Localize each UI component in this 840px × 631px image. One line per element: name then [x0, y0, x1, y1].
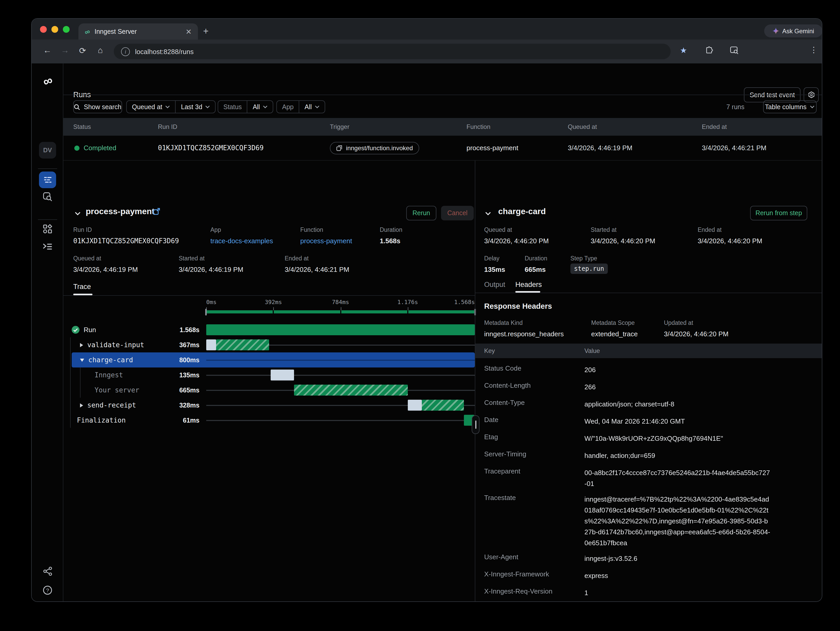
headers-table-body: Status Code206Content-Length266Content-T…	[484, 360, 816, 602]
status-filter-dropdown[interactable]: All	[248, 101, 273, 113]
runs-count: 7 runs	[707, 103, 744, 111]
app-link[interactable]: trace-docs-examples	[210, 237, 273, 245]
trace-minimap[interactable]	[206, 310, 475, 313]
time-range-dropdown[interactable]: Last 3d	[176, 101, 215, 113]
app-filter-label: App	[282, 103, 294, 111]
header-key: Status Code	[484, 364, 584, 372]
trace-connector-line-2	[80, 367, 81, 398]
home-icon[interactable]: ⌂	[94, 46, 106, 55]
run-queued-value: 3/4/2026, 4:46:19 PM	[73, 266, 138, 274]
extensions-icon[interactable]	[705, 46, 713, 55]
header-key: Content-Type	[484, 399, 584, 406]
cancel-label: Cancel	[447, 209, 467, 217]
trace-row-finalization[interactable]: Finalization61ms	[72, 413, 475, 428]
tab-trace[interactable]: Trace	[73, 283, 91, 291]
chevron-right-icon[interactable]	[80, 403, 83, 407]
address-bar[interactable]: i localhost:8288/runs	[114, 44, 671, 59]
trace-bar-solid[interactable]	[206, 324, 475, 335]
chevron-down-icon[interactable]	[80, 358, 84, 362]
header-row-traceparent: Traceparent00-a8bc2f17c4ccce87cc7376e524…	[484, 463, 816, 489]
collapse-run-icon[interactable]	[75, 212, 81, 216]
rerun-button[interactable]: Rerun	[406, 206, 436, 220]
trace-bar-hatch[interactable]	[294, 384, 408, 395]
trace-step-name: Your server	[95, 386, 139, 394]
share-icon[interactable]	[32, 566, 63, 576]
trace-waterfall: Run1.568svalidate-input367mscharge-card8…	[72, 322, 475, 428]
chevron-right-icon[interactable]	[80, 343, 83, 347]
trace-step-name: Run	[84, 326, 96, 334]
sidebar-item-terminal[interactable]	[32, 242, 63, 251]
tab-close-icon[interactable]: ✕	[186, 27, 192, 36]
header-value: 1	[584, 587, 771, 598]
status-dot	[74, 145, 79, 151]
trace-bar-hatch[interactable]	[216, 339, 269, 350]
trace-bar-delay[interactable]	[408, 400, 422, 411]
header-value: 00-a8bc2f17c4ccce87cc7376e5246a221b-f4ae…	[584, 467, 771, 489]
trace-row-your-server[interactable]: Your server665ms	[72, 383, 475, 398]
trace-row-validate-input[interactable]: validate-input367ms	[72, 337, 475, 353]
traffic-minimize-button[interactable]	[51, 26, 58, 33]
ask-gemini-button[interactable]: Ask Gemini	[764, 24, 822, 38]
inngest-app: ∞ DV	[32, 63, 822, 602]
site-info-icon[interactable]: i	[121, 47, 130, 56]
forward-icon[interactable]: →	[59, 46, 71, 55]
inngest-favicon-icon: ∞	[84, 27, 91, 36]
trace-row-inngest[interactable]: Inngest135ms	[72, 367, 475, 383]
browser-tab[interactable]: ∞ Inngest Server ✕	[79, 24, 198, 40]
gemini-icon	[772, 28, 779, 34]
table-columns-button[interactable]: Table columns	[763, 100, 816, 113]
workspace-badge[interactable]: DV	[39, 142, 56, 158]
col-queued-at: Queued at	[568, 123, 597, 130]
run-id-cell: 01KJXD1TQCZ852GMEX0CQF3D69	[158, 144, 264, 152]
help-icon[interactable]: ?	[32, 585, 63, 595]
tab-headers[interactable]: Headers	[515, 281, 542, 288]
trace-bar-hatch[interactable]	[422, 400, 464, 411]
trace-step-name: Finalization	[77, 416, 126, 424]
trace-bar-delay[interactable]	[271, 370, 294, 381]
app-filter[interactable]: App All	[276, 100, 325, 113]
rerun-from-step-button[interactable]: Rerun from step	[750, 206, 807, 220]
trigger-pill[interactable]: inngest/function.invoked	[330, 142, 419, 154]
trace-row-send-receipt[interactable]: send-receipt328ms	[72, 398, 475, 413]
table-row[interactable]: Completed 01KJXD1TQCZ852GMEX0CQF3D69 inn…	[63, 136, 822, 161]
reading-mode-icon[interactable]	[730, 46, 739, 55]
bookmark-star-icon[interactable]: ★	[680, 46, 687, 55]
header-value: express	[584, 570, 771, 581]
collapse-step-icon[interactable]	[485, 212, 491, 216]
status-filter[interactable]: Status All	[218, 100, 273, 113]
new-tab-button[interactable]: +	[203, 25, 208, 37]
browser-menu-icon[interactable]: ⋮	[810, 45, 818, 55]
back-icon[interactable]: ←	[41, 46, 54, 55]
header-key: Traceparent	[484, 467, 584, 475]
header-row-user-agent: User-Agentinngest-js:v3.52.6	[484, 548, 816, 566]
app-filter-dropdown[interactable]: All	[300, 101, 325, 113]
svg-text:?: ?	[46, 587, 49, 593]
header-row-status code: Status Code206	[484, 360, 816, 377]
header-key: User-Agent	[484, 553, 584, 561]
function-link[interactable]: process-payment	[300, 237, 352, 245]
queued-at-label: Queued at	[132, 103, 162, 111]
show-search-button[interactable]: Show search	[73, 100, 122, 113]
tab-output[interactable]: Output	[484, 281, 505, 288]
duration-value: 1.568s	[380, 237, 401, 245]
queued-at-dropdown[interactable]: Queued at	[127, 101, 176, 113]
trace-bar-delay[interactable]	[206, 339, 216, 350]
cancel-button[interactable]: Cancel	[441, 206, 474, 220]
sidebar-item-runs[interactable]	[39, 172, 56, 188]
sidebar-item-apps[interactable]	[32, 224, 63, 234]
step-ended-value: 3/4/2026, 4:46:20 PM	[698, 237, 762, 245]
run-ended-label: Ended at	[285, 255, 309, 261]
queued-at-filter[interactable]: Queued at Last 3d	[126, 100, 216, 113]
traffic-zoom-button[interactable]	[63, 26, 69, 33]
trace-row-charge-card[interactable]: charge-card800ms	[72, 353, 475, 367]
trace-row-run[interactable]: Run1.568s	[72, 322, 475, 337]
reload-icon[interactable]: ⟳	[76, 46, 89, 55]
trace-step-duration: 328ms	[155, 402, 199, 409]
sidebar-item-events[interactable]	[32, 192, 63, 202]
traffic-close-button[interactable]	[40, 26, 47, 33]
metadata-kind-value: inngest.response_headers	[484, 330, 564, 338]
run-started-value: 3/4/2026, 4:46:19 PM	[179, 266, 243, 274]
minimap-handle-left[interactable]	[205, 309, 207, 315]
ruler-label: 1.176s	[397, 299, 418, 306]
external-link-icon[interactable]	[153, 208, 160, 215]
